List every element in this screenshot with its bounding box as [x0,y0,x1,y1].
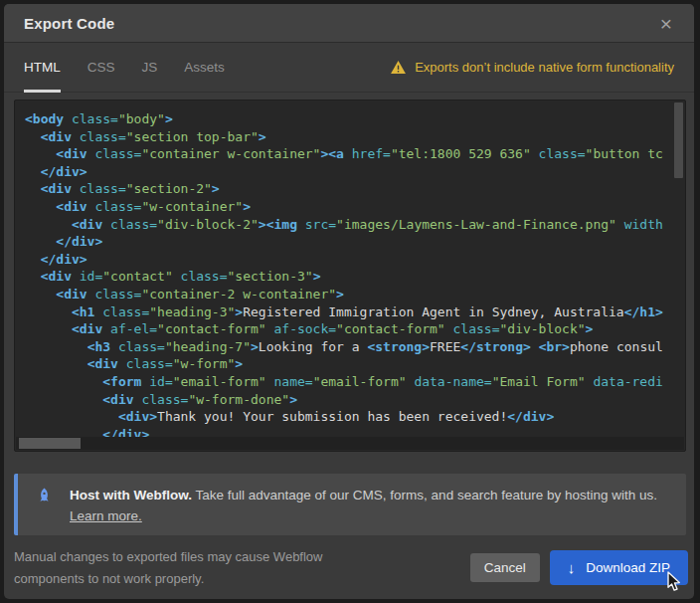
host-banner-text: Host with Webflow. Take full advantage o… [70,485,657,535]
learn-more-link[interactable]: Learn more. [70,505,142,526]
host-banner-body: Take full advantage of our CMS, forms, a… [192,488,657,502]
host-banner-bold: Host with Webflow. [70,488,192,502]
footer-actions: Cancel ↓ Download ZIP [470,550,688,585]
code-line: <body class="body"> [25,110,685,128]
warning-text: Exports don’t include native form functi… [415,60,674,75]
download-zip-button[interactable]: ↓ Download ZIP [550,550,688,585]
vertical-scrollbar-thumb[interactable] [674,102,683,178]
code-line: <div>Thank you! Your submission has been… [25,408,685,426]
code-line: <div class="div-block-2"><img src="image… [25,216,685,234]
code-line: <div class="w-container"> [25,198,685,216]
form-warning: Exports don’t include native form functi… [391,60,674,75]
code-line: <div class="container-2 w-container"> [25,286,685,303]
code-preview: <body class="body"> <div class="section … [14,100,686,452]
dialog-title: Export Code [24,15,114,32]
horizontal-scrollbar-thumb[interactable] [19,438,81,449]
code-line: <h3 class="heading-7">Looking for a <str… [25,338,685,356]
footer-disclaimer-line1: Manual changes to exported files may cau… [14,546,322,568]
cancel-button[interactable]: Cancel [470,553,540,582]
code-line: <div class="section-2"> [25,180,685,198]
download-arrow-icon: ↓ [568,560,576,575]
code-line: <div class="w-form"> [25,355,685,373]
code-line: <div af-el="contact-form" af-sock="conta… [25,320,685,338]
close-icon[interactable]: × [658,13,674,34]
export-code-modal-screen: { "window": { "title": "Export Code", "c… [0,0,700,603]
export-code-dialog: Export Code × HTML CSS JS Assets Exports… [4,4,694,599]
horizontal-scrollbar-track[interactable] [16,437,684,450]
tab-js[interactable]: JS [142,43,158,92]
dialog-header: Export Code × [4,4,694,43]
tab-assets[interactable]: Assets [184,43,225,92]
tab-css[interactable]: CSS [88,43,115,92]
code-line: <form id="email-form" name="email-form" … [25,373,685,391]
code-line: </div> [25,251,685,269]
code-line: <div id="contact" class="section-3"> [25,268,685,286]
footer-disclaimer-line2: components to not work properly. [14,568,322,590]
warning-icon [391,61,406,74]
code-line: <div class="container w-container"><a hr… [25,145,685,163]
footer-disclaimer: Manual changes to exported files may cau… [14,546,322,589]
code-line: </div> [25,163,685,181]
tab-bar: HTML CSS JS Assets Exports don’t include… [4,43,694,93]
host-with-webflow-banner: Host with Webflow. Take full advantage o… [14,474,686,535]
download-zip-label: Download ZIP [586,560,670,575]
code-line: </div> [25,233,685,251]
code-line: <h1 class="heading-3">Registered Immigra… [25,303,685,321]
tab-html[interactable]: HTML [24,43,61,92]
rocket-icon [36,488,53,504]
code-line: <div class="section top-bar"> [25,128,685,146]
code-line: <div class="w-form-done"> [25,391,685,409]
code-content[interactable]: <body class="body"> <div class="section … [15,100,685,451]
